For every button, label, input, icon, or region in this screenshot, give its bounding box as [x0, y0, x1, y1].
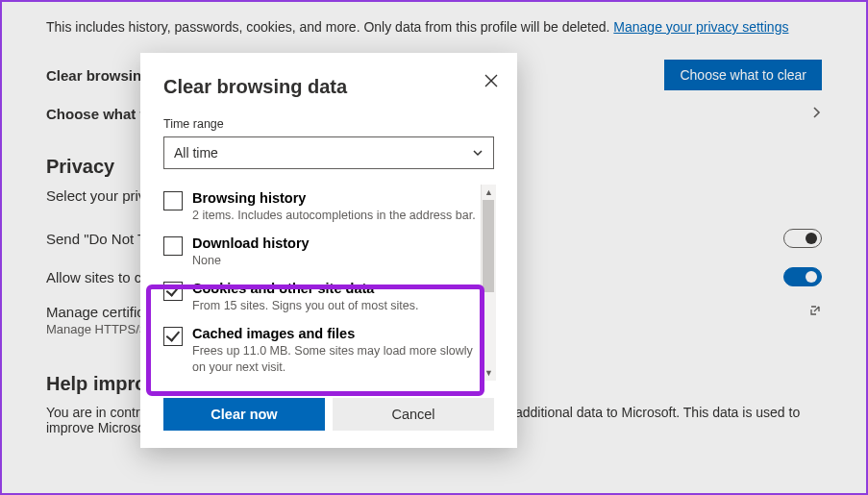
dialog-title: Clear browsing data	[163, 76, 494, 98]
item-title: Cached images and files	[192, 326, 477, 341]
item-title: Cookies and other site data	[192, 281, 419, 296]
time-range-label: Time range	[163, 117, 494, 131]
checkbox-icon[interactable]	[163, 282, 183, 301]
time-range-value: All time	[174, 145, 218, 161]
checkbox-download-history[interactable]: Download history None	[163, 230, 477, 275]
checkbox-icon[interactable]	[163, 327, 183, 346]
checkbox-cookies[interactable]: Cookies and other site data From 15 site…	[163, 275, 477, 320]
item-sub: 2 items. Includes autocompletions in the…	[192, 208, 476, 224]
chevron-down-icon	[472, 147, 484, 159]
scroll-up-icon[interactable]: ▲	[482, 185, 496, 200]
item-sub: None	[192, 253, 310, 269]
time-range-select[interactable]: All time	[163, 136, 494, 169]
scrollbar[interactable]: ▲ ▼	[481, 185, 496, 381]
item-title: Download history	[192, 235, 310, 251]
item-sub: From 15 sites. Signs you out of most sit…	[192, 298, 419, 314]
scroll-down-icon[interactable]: ▼	[482, 365, 496, 381]
checkbox-browsing-history[interactable]: Browsing history 2 items. Includes autoc…	[163, 185, 477, 230]
checkbox-cached[interactable]: Cached images and files Frees up 11.0 MB…	[163, 320, 477, 382]
clear-now-button[interactable]: Clear now	[163, 398, 325, 431]
checkbox-icon[interactable]	[163, 191, 183, 210]
checkbox-icon[interactable]	[163, 236, 183, 256]
scroll-thumb[interactable]	[483, 200, 494, 292]
item-title: Browsing history	[192, 190, 476, 206]
item-sub: Frees up 11.0 MB. Some sites may load mo…	[192, 343, 477, 376]
clear-browsing-data-dialog: Clear browsing data Time range All time …	[140, 53, 517, 448]
data-types-list: Browsing history 2 items. Includes autoc…	[163, 185, 494, 381]
cancel-button[interactable]: Cancel	[333, 398, 494, 431]
close-icon[interactable]	[484, 74, 498, 89]
